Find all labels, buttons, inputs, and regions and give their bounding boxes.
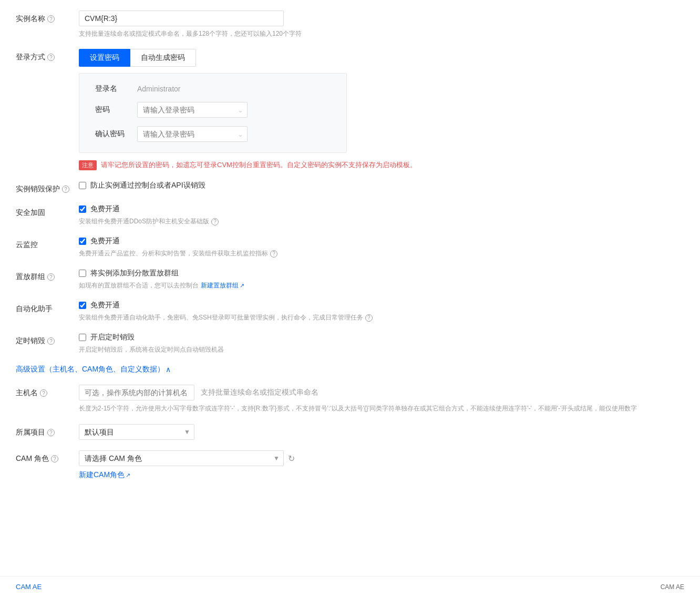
monitor-label: 云监控 (16, 236, 79, 250)
placement-hint: 如现有的置放群组不合适，您可以去控制台 新建置放群组 ↗ (79, 281, 684, 290)
advanced-section-link[interactable]: 高级设置（主机名、CAM角色、自定义数据） ∧ (16, 365, 171, 374)
monitor-hint: 免费开通云产品监控、分析和实时告警，安装组件获取主机监控指标 ? (79, 249, 684, 258)
placement-new-link[interactable]: 新建置放群组 ↗ (201, 281, 244, 290)
hostname-input[interactable] (79, 385, 194, 400)
cam-role-help-icon[interactable]: ? (51, 455, 58, 462)
automation-free-text: 免费开通 (90, 301, 120, 310)
instance-name-content: 支持批量连续命名或指定模式串命名，最多128个字符，您还可以输入120个字符 (79, 11, 684, 38)
timed-destroy-text: 开启定时销毁 (90, 333, 135, 342)
placement-group-help-icon[interactable]: ? (47, 273, 55, 281)
hostname-label: 主机名 ? (16, 385, 79, 398)
destroy-protection-help-icon[interactable]: ? (62, 186, 69, 193)
automation-checkbox[interactable] (79, 302, 86, 309)
login-method-label: 登录方式 ? (16, 49, 79, 62)
advanced-toggle[interactable]: 高级设置（主机名、CAM角色、自定义数据） ∧ (16, 365, 684, 374)
hostname-wrap: 支持批量连续命名或指定模式串命名 (79, 385, 684, 400)
login-method-tabs: 设置密码 自动生成密码 (79, 49, 684, 67)
security-label: 安全加固 (16, 204, 79, 218)
password-input-wrap: ⌄ (137, 102, 248, 118)
destroy-protection-label: 实例销毁保护 ? (16, 181, 79, 194)
confirm-password-label: 确认密码 (95, 129, 137, 139)
security-content: 免费开通 安装组件免费开通DDoS防护和主机安全基础版 ? (79, 204, 684, 226)
placement-group-label: 置放群组 ? (16, 269, 79, 282)
confirm-password-eye-icon[interactable]: ⌄ (238, 130, 243, 138)
placement-group-content: 将实例添加到分散置放群组 如现有的置放群组不合适，您可以去控制台 新建置放群组 … (79, 269, 684, 290)
cam-role-refresh-icon[interactable]: ↻ (288, 454, 295, 464)
cam-role-select[interactable]: 请选择 CAM 角色 (79, 450, 284, 466)
security-hint-icon[interactable]: ? (211, 218, 219, 225)
hostname-desc: 长度为2-15个字符，允许使用大小写字母数字或连字符'-'，支持{R:数字}形式… (79, 404, 684, 414)
project-select-wrap: 默认项目 ▼ (79, 424, 194, 440)
monitor-row: 免费开通 (79, 236, 684, 246)
login-name-field: 登录名 Administrator (95, 84, 331, 94)
instance-name-hint: 支持批量连续命名或指定模式串命名，最多128个字符，您还可以输入120个字符 (79, 29, 684, 38)
placement-group-row: 将实例添加到分散置放群组 (79, 269, 684, 278)
tab-set-password[interactable]: 设置密码 (79, 49, 130, 67)
notice-text: 请牢记您所设置的密码，如遗忘可登录CVM控制台重置密码。自定义密码的实例不支持保… (101, 160, 417, 170)
timed-destroy-label: 定时销毁 ? (16, 333, 79, 346)
security-free-text: 免费开通 (90, 204, 120, 214)
notice-badge: 注意 (79, 160, 97, 170)
confirm-password-input[interactable] (137, 126, 248, 142)
cam-role-content: 请选择 CAM 角色 ▼ ↻ 新建CAM角色 ↗ (79, 450, 684, 480)
login-name-label: 登录名 (95, 84, 137, 94)
cam-role-select-wrap: 请选择 CAM 角色 ▼ (79, 450, 284, 466)
confirm-password-field: 确认密码 ⌄ (95, 126, 331, 142)
hostname-help-icon[interactable]: ? (40, 389, 47, 397)
login-box: 登录名 Administrator 密码 ⌄ 确认密码 ⌄ (79, 73, 347, 153)
security-hint: 安装组件免费开通DDoS防护和主机安全基础版 ? (79, 217, 684, 226)
login-method-help-icon[interactable]: ? (47, 54, 55, 61)
project-label: 所属项目 ? (16, 424, 79, 437)
tab-auto-password[interactable]: 自动生成密码 (130, 49, 196, 67)
timed-destroy-hint: 开启定时销毁后，系统将在设定时间点自动销毁机器 (79, 345, 684, 354)
hostname-hint-right: 支持批量连续命名或指定模式串命名 (201, 388, 318, 397)
placement-external-icon: ↗ (240, 282, 244, 289)
project-help-icon[interactable]: ? (47, 429, 55, 436)
hostname-content: 支持批量连续命名或指定模式串命名 长度为2-15个字符，允许使用大小写字母数字或… (79, 385, 684, 414)
cam-new-role-external-icon: ↗ (126, 472, 130, 479)
monitor-free-text: 免费开通 (90, 236, 120, 246)
automation-hint-icon[interactable]: ? (365, 314, 373, 322)
timed-destroy-help-icon[interactable]: ? (47, 337, 55, 345)
cam-select-wrap: 请选择 CAM 角色 ▼ ↻ (79, 450, 684, 466)
timed-destroy-content: 开启定时销毁 开启定时销毁后，系统将在设定时间点自动销毁机器 (79, 333, 684, 354)
automation-row: 免费开通 (79, 301, 684, 310)
timed-destroy-row: 开启定时销毁 (79, 333, 684, 342)
security-row: 免费开通 (79, 204, 684, 214)
instance-name-label: 实例名称 ? (16, 11, 79, 24)
placement-group-text: 将实例添加到分散置放群组 (90, 269, 179, 278)
placement-group-checkbox[interactable] (79, 270, 86, 277)
cam-new-link-wrap: 新建CAM角色 ↗ (79, 470, 684, 480)
confirm-password-input-wrap: ⌄ (137, 126, 248, 142)
password-input[interactable] (137, 102, 248, 118)
destroy-protection-checkbox[interactable] (79, 182, 86, 189)
monitor-hint-icon[interactable]: ? (270, 250, 277, 258)
instance-name-input[interactable] (79, 11, 284, 26)
timed-destroy-checkbox[interactable] (79, 334, 86, 341)
security-checkbox[interactable] (79, 205, 86, 213)
automation-hint: 安装组件免费开通自动化助手，免密码、免SSH登录即可批量管理实例，执行命令，完成… (79, 313, 684, 322)
notice-bar: 注意 请牢记您所设置的密码，如遗忘可登录CVM控制台重置密码。自定义密码的实例不… (79, 160, 684, 170)
automation-label: 自动化助手 (16, 301, 79, 314)
destroy-protection-content: 防止实例通过控制台或者API误销毁 (79, 181, 684, 190)
cam-new-role-link[interactable]: 新建CAM角色 ↗ (79, 470, 130, 480)
destroy-protection-row: 防止实例通过控制台或者API误销毁 (79, 181, 684, 190)
destroy-protection-text: 防止实例通过控制台或者API误销毁 (90, 181, 205, 190)
password-field: 密码 ⌄ (95, 102, 331, 118)
monitor-content: 免费开通 免费开通云产品监控、分析和实时告警，安装组件获取主机监控指标 ? (79, 236, 684, 258)
password-eye-icon[interactable]: ⌄ (238, 106, 243, 114)
login-method-content: 设置密码 自动生成密码 登录名 Administrator 密码 ⌄ 确认密码 … (79, 49, 684, 170)
login-name-value: Administrator (137, 85, 180, 93)
project-select[interactable]: 默认项目 (79, 424, 194, 440)
password-label: 密码 (95, 105, 137, 115)
instance-name-help-icon[interactable]: ? (47, 15, 55, 23)
cam-role-label: CAM 角色 ? (16, 450, 79, 464)
automation-content: 免费开通 安装组件免费开通自动化助手，免密码、免SSH登录即可批量管理实例，执行… (79, 301, 684, 322)
project-content: 默认项目 ▼ (79, 424, 684, 440)
advanced-section: 高级设置（主机名、CAM角色、自定义数据） ∧ 主机名 ? 支持批量连续命名或指… (16, 365, 684, 480)
monitor-checkbox[interactable] (79, 238, 86, 245)
